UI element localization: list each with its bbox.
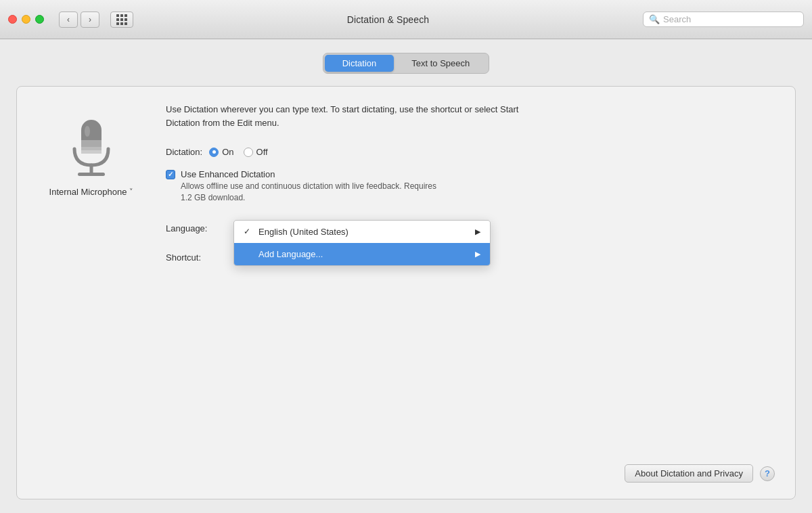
dictation-label: Dictation: xyxy=(166,147,202,157)
svg-rect-3 xyxy=(81,150,102,154)
radio-on-circle[interactable] xyxy=(209,148,219,157)
radio-on[interactable]: On xyxy=(209,147,233,157)
traffic-lights xyxy=(8,15,44,24)
language-dropdown-container: English (United States) ▼ ✓ English (Uni… xyxy=(233,220,491,237)
forward-button[interactable]: › xyxy=(81,12,99,28)
bottom-row: About Dictation and Privacy ? xyxy=(37,458,775,483)
tab-text-to-speech[interactable]: Text to Speech xyxy=(394,55,487,72)
grid-icon xyxy=(116,14,127,25)
titlebar: ‹ › Dictation & Speech 🔍 xyxy=(0,0,812,39)
radio-on-label: On xyxy=(222,147,233,157)
enhanced-title: Use Enhanced Dictation xyxy=(181,169,438,179)
language-row: Language: English (United States) ▼ ✓ En… xyxy=(166,220,775,237)
panel-inner: Internal Microphone ˅ Use Dictation wher… xyxy=(37,103,775,447)
description-text: Use Dictation wherever you can type text… xyxy=(166,103,531,129)
language-option-add-text: Add Language... xyxy=(258,249,323,259)
grid-view-button[interactable] xyxy=(110,12,133,28)
mic-label-text: Internal Microphone xyxy=(49,187,127,197)
about-dictation-button[interactable]: About Dictation and Privacy xyxy=(625,464,753,483)
radio-off[interactable]: Off xyxy=(244,147,268,157)
dictation-row: Dictation: On Off xyxy=(166,147,775,157)
dropdown-check-icon: ✓ xyxy=(244,227,253,236)
radio-off-label: Off xyxy=(256,147,268,157)
dropdown-arrow-icon: ▶ xyxy=(475,227,480,236)
search-input[interactable] xyxy=(663,14,792,24)
window-title: Dictation & Speech xyxy=(141,14,635,25)
language-dropdown-popup: ✓ English (United States) ▶ Add Language… xyxy=(233,220,491,266)
mic-chevron-icon: ˅ xyxy=(129,187,133,196)
nav-buttons: ‹ › xyxy=(59,12,99,28)
language-option-add[interactable]: Add Language... ▶ xyxy=(234,243,490,265)
help-button[interactable]: ? xyxy=(760,466,775,481)
maximize-button[interactable] xyxy=(35,15,44,24)
back-button[interactable]: ‹ xyxy=(59,12,78,28)
tabs-container: Dictation Text to Speech xyxy=(323,53,490,74)
language-label: Language: xyxy=(166,223,227,233)
settings-panel: Internal Microphone ˅ Use Dictation wher… xyxy=(16,86,796,499)
dictation-radio-group: On Off xyxy=(209,147,267,157)
language-option-english-text: English (United States) xyxy=(258,227,348,237)
tabs-row: Dictation Text to Speech xyxy=(16,53,796,74)
search-box[interactable]: 🔍 xyxy=(643,12,804,27)
settings-area: Use Dictation wherever you can type text… xyxy=(166,103,775,447)
enhanced-row: ✓ Use Enhanced Dictation Allows offline … xyxy=(166,169,775,204)
enhanced-checkbox[interactable]: ✓ xyxy=(166,170,175,179)
checkbox-check-icon: ✓ xyxy=(168,171,173,178)
shortcut-label: Shortcut: xyxy=(166,252,227,263)
language-option-english[interactable]: ✓ English (United States) ▶ xyxy=(234,221,490,243)
enhanced-checkbox-wrap[interactable]: ✓ xyxy=(166,169,175,179)
svg-point-6 xyxy=(85,126,90,137)
minimize-button[interactable] xyxy=(22,15,30,24)
dropdown-add-arrow-icon: ▶ xyxy=(475,250,480,259)
enhanced-description: Allows offline use and continuous dictat… xyxy=(181,181,438,204)
svg-rect-5 xyxy=(78,173,105,176)
search-icon: 🔍 xyxy=(649,14,660,24)
tab-dictation[interactable]: Dictation xyxy=(325,55,394,72)
mic-label[interactable]: Internal Microphone ˅ xyxy=(49,187,134,197)
enhanced-text-block: Use Enhanced Dictation Allows offline us… xyxy=(181,169,438,204)
mic-area: Internal Microphone ˅ xyxy=(37,103,145,447)
microphone-icon xyxy=(64,116,118,177)
radio-off-circle[interactable] xyxy=(244,148,253,157)
main-content: Dictation Text to Speech xyxy=(0,39,812,513)
close-button[interactable] xyxy=(8,15,17,24)
radio-on-dot xyxy=(212,150,216,154)
